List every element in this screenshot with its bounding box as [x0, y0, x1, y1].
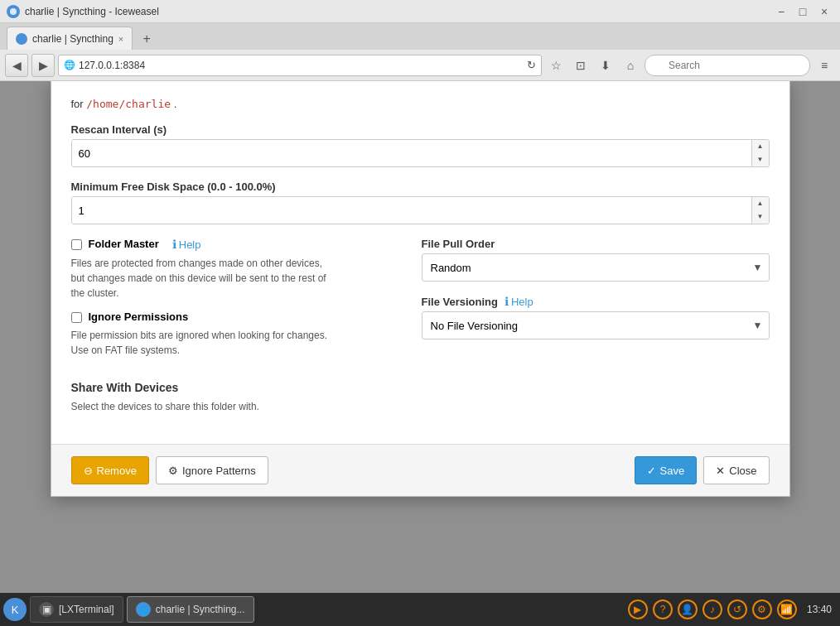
browser-icon — [7, 5, 20, 18]
remove-button[interactable]: ⊖ Remove — [71, 456, 149, 484]
ignore-patterns-label: Ignore Patterns — [182, 465, 256, 477]
save-icon: ✓ — [647, 465, 656, 477]
path-prefix: for — [71, 98, 84, 110]
maximize-button[interactable]: □ — [794, 2, 812, 21]
titlebar: charlie | Syncthing - Iceweasel − □ × — [0, 0, 840, 23]
left-column: Folder Master ℹ Help Files are protected… — [71, 238, 397, 368]
taskbar-sys-icon-2[interactable]: ? — [653, 600, 673, 619]
minimize-button[interactable]: − — [772, 2, 790, 21]
titlebar-controls: − □ × — [772, 2, 833, 21]
tab-close-button[interactable]: × — [118, 34, 123, 44]
file-versioning-help-icon: ℹ — [504, 295, 509, 308]
active-tab[interactable]: charlie | Syncthing × — [7, 26, 133, 50]
folder-master-help-icon: ℹ — [172, 238, 176, 251]
ignore-permissions-label[interactable]: Ignore Permissions — [89, 311, 189, 323]
file-versioning-help-link[interactable]: ℹ Help — [504, 295, 533, 308]
remove-icon: ⊖ — [84, 465, 93, 477]
folder-master-desc1: Files are protected from changes made on… — [71, 258, 323, 269]
taskbar-browser[interactable]: 🌐 charlie | Syncthing... — [127, 596, 254, 623]
start-button[interactable]: K — [3, 598, 27, 621]
taskbar-sys-icon-6[interactable]: ⚙ — [752, 600, 772, 619]
folder-master-help-text: Help — [179, 238, 201, 251]
path-value: /home/charlie — [86, 98, 171, 110]
folder-master-desc: Files are protected from changes made on… — [71, 256, 397, 301]
bookmark2-button[interactable]: ⊡ — [570, 55, 591, 76]
folder-master-group: Folder Master ℹ Help — [71, 238, 397, 251]
taskbar-sys-icon-3[interactable]: 👤 — [678, 600, 698, 619]
save-button[interactable]: ✓ Save — [635, 456, 698, 484]
right-column: File Pull Order Random Alphabetic Smalle… — [422, 238, 770, 368]
two-col-section: Folder Master ℹ Help Files are protected… — [71, 238, 770, 368]
navbar: ◀ ▶ 🌐 127.0.0.1:8384 ↻ ☆ ⊡ ⬇ ⌂ 🔍 ≡ — [0, 50, 840, 81]
remove-label: Remove — [97, 465, 137, 477]
taskbar-terminal[interactable]: ▣ [LXTerminal] — [30, 596, 123, 623]
file-pull-order-group: File Pull Order Random Alphabetic Smalle… — [422, 238, 770, 282]
back-button[interactable]: ◀ — [5, 54, 28, 77]
browser-content: for /home/charlie . Rescan Interval (s) … — [0, 81, 840, 593]
folder-master-desc2: but changes made on this device will be … — [71, 272, 326, 284]
rescan-interval-spinner: ▲ ▼ — [751, 140, 769, 166]
rescan-interval-up[interactable]: ▲ — [752, 140, 769, 153]
ignore-permissions-desc1: File permission bits are ignored when lo… — [71, 330, 328, 341]
path-line: for /home/charlie . — [71, 98, 770, 110]
close-label: Close — [729, 465, 756, 477]
min-disk-space-group: Minimum Free Disk Space (0.0 - 100.0%) ▲… — [71, 181, 770, 224]
folder-master-checkbox[interactable] — [71, 239, 82, 250]
modal-dialog: for /home/charlie . Rescan Interval (s) … — [51, 81, 790, 497]
url-bar[interactable]: 🌐 127.0.0.1:8384 ↻ — [58, 55, 542, 76]
close-modal-button[interactable]: ✕ Close — [703, 456, 769, 484]
file-versioning-help-text: Help — [511, 296, 533, 308]
share-with-devices-heading: Share With Devices — [71, 381, 770, 394]
tab-favicon — [16, 33, 27, 45]
close-window-button[interactable]: × — [815, 2, 833, 21]
file-versioning-select[interactable]: No File Versioning Trash Can File Versio… — [422, 311, 770, 339]
taskbar-sys-icon-7[interactable]: 📶 — [777, 600, 797, 619]
taskbar-sys-icon-4[interactable]: ♪ — [702, 600, 722, 619]
ignore-patterns-button[interactable]: ⚙ Ignore Patterns — [156, 456, 268, 484]
ignore-permissions-group: Ignore Permissions — [71, 311, 397, 323]
search-input[interactable] — [644, 55, 810, 76]
terminal-icon: ▣ — [39, 602, 54, 617]
folder-master-label[interactable]: Folder Master — [89, 238, 159, 250]
download-button[interactable]: ⬇ — [595, 55, 616, 76]
browser-label: charlie | Syncthing... — [156, 604, 245, 615]
reload-button[interactable]: ↻ — [527, 59, 536, 71]
path-dot: . — [174, 98, 177, 110]
taskbar-sys-icon-5[interactable]: ↺ — [727, 600, 747, 619]
footer-left: ⊖ Remove ⚙ Ignore Patterns — [71, 456, 268, 484]
rescan-interval-down[interactable]: ▼ — [752, 153, 769, 166]
menu-button[interactable]: ≡ — [813, 55, 835, 76]
terminal-label: [LXTerminal] — [59, 604, 114, 615]
ignore-permissions-desc2: Use on FAT file systems. — [71, 344, 181, 356]
taskbar: K ▣ [LXTerminal] 🌐 charlie | Syncthing..… — [0, 593, 840, 626]
titlebar-left: charlie | Syncthing - Iceweasel — [7, 5, 159, 18]
bookmark-star-button[interactable]: ☆ — [545, 55, 567, 76]
min-disk-space-input[interactable] — [72, 197, 751, 224]
taskbar-sys-icon-1[interactable]: ▶ — [628, 600, 648, 619]
home-button[interactable]: ⌂ — [620, 55, 641, 76]
ignore-permissions-desc: File permission bits are ignored when lo… — [71, 328, 397, 358]
taskbar-time: 13:40 — [802, 604, 837, 615]
min-disk-space-down[interactable]: ▼ — [752, 210, 769, 224]
footer-right: ✓ Save ✕ Close — [635, 456, 770, 484]
ignore-permissions-checkbox[interactable] — [71, 312, 82, 323]
file-pull-order-select[interactable]: Random Alphabetic Smallest First Largest… — [422, 253, 770, 282]
ignore-patterns-icon: ⚙ — [168, 465, 178, 477]
rescan-interval-input[interactable] — [72, 140, 751, 166]
forward-button[interactable]: ▶ — [31, 54, 55, 77]
search-wrapper: 🔍 — [644, 55, 810, 76]
rescan-interval-input-wrapper: ▲ ▼ — [71, 139, 770, 167]
min-disk-space-spinner: ▲ ▼ — [751, 197, 769, 224]
modal-footer: ⊖ Remove ⚙ Ignore Patterns ✓ Save ✕ — [51, 444, 789, 496]
taskbar-right: ▶ ? 👤 ♪ ↺ ⚙ 📶 13:40 — [628, 600, 837, 619]
min-disk-space-up[interactable]: ▲ — [752, 197, 769, 210]
rescan-interval-group: Rescan Interval (s) ▲ ▼ — [71, 123, 770, 167]
close-icon: ✕ — [716, 465, 725, 477]
share-with-devices-group: Share With Devices Select the devices to… — [71, 381, 770, 414]
browser-taskbar-icon: 🌐 — [136, 602, 151, 617]
modal-overlay: for /home/charlie . Rescan Interval (s) … — [0, 81, 840, 593]
folder-master-help-link[interactable]: ℹ Help — [172, 238, 201, 251]
new-tab-button[interactable]: + — [136, 28, 157, 50]
file-pull-order-label: File Pull Order — [422, 238, 770, 250]
folder-master-desc3: the cluster. — [71, 287, 119, 299]
